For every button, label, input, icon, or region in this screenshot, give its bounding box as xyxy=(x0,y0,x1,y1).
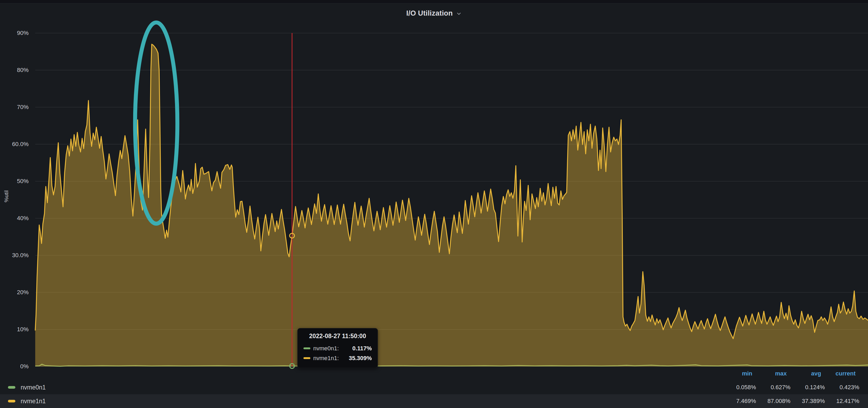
legend-series-name[interactable]: nvme1n1 xyxy=(21,398,46,405)
tooltip-series-value: 0.117% xyxy=(352,345,372,352)
legend-stat-current: 12.417% xyxy=(825,398,859,405)
series-color-swatch-icon[interactable] xyxy=(8,400,16,402)
legend-stat-avg: 0.124% xyxy=(790,384,825,391)
legend-header-current[interactable]: current xyxy=(825,370,859,377)
time-series-chart[interactable] xyxy=(0,0,868,408)
tooltip-series-name: nvme1n1: xyxy=(313,355,339,362)
legend-stat-min: 0.058% xyxy=(721,384,756,391)
legend-row[interactable]: nvme0n1 0.058% 0.627% 0.124% 0.423% xyxy=(0,380,868,394)
tooltip-timestamp: 2022-08-27 11:50:00 xyxy=(304,333,372,340)
grafana-panel-screenshot: { "panel": { "title": "I/O Utilization" … xyxy=(0,0,868,408)
tooltip-series-name: nvme0n1: xyxy=(313,345,339,352)
legend-series-stats: 7.469% 87.008% 37.389% 12.417% xyxy=(721,394,859,408)
area-fill-nvme1n1 xyxy=(35,44,868,367)
tooltip-series-row: nvme1n1: 35.309% xyxy=(304,353,372,363)
io-utilization-panel: I/O Utilization %util 0%10%20%30.0%40%50… xyxy=(0,3,868,408)
legend-header-avg[interactable]: avg xyxy=(790,370,825,377)
legend-stat-min: 7.469% xyxy=(721,398,756,405)
series-color-dash-icon xyxy=(304,347,310,349)
tooltip-series-value: 35.309% xyxy=(349,355,372,362)
legend-row[interactable]: nvme1n1 7.469% 87.008% 37.389% 12.417% xyxy=(0,394,868,408)
legend-stat-headers: min max avg current xyxy=(721,368,859,379)
legend-stat-current: 0.423% xyxy=(825,384,859,391)
legend-header-max[interactable]: max xyxy=(756,370,790,377)
tooltip-rows: nvme0n1: 0.117% nvme1n1: 35.309% xyxy=(304,343,372,363)
series-color-dash-icon xyxy=(304,357,310,359)
legend-series-name[interactable]: nvme0n1 xyxy=(21,384,46,391)
legend-header-min[interactable]: min xyxy=(721,370,756,377)
legend-stat-avg: 37.389% xyxy=(790,398,825,405)
legend-stat-max: 0.627% xyxy=(756,384,790,391)
series-color-swatch-icon[interactable] xyxy=(8,386,16,389)
hover-tooltip: 2022-08-27 11:50:00 nvme0n1: 0.117% nvme… xyxy=(298,328,378,368)
legend-series-stats: 0.058% 0.627% 0.124% 0.423% xyxy=(721,380,859,394)
legend-stat-max: 87.008% xyxy=(756,398,790,405)
series-areas xyxy=(35,44,868,367)
tooltip-series-row: nvme0n1: 0.117% xyxy=(304,343,372,353)
